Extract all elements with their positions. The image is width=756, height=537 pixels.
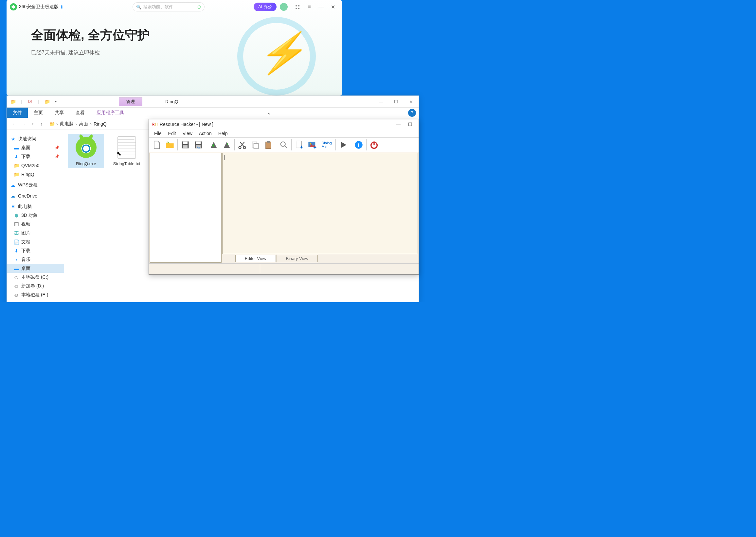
breadcrumb-item[interactable]: RingQ (92, 121, 108, 127)
export-icon[interactable] (220, 138, 233, 151)
sidebar-item-pictures[interactable]: 🖼图片 (7, 228, 64, 237)
file-item-ringq-exe[interactable]: RingQ.exe (68, 134, 104, 168)
rh-logo-icon: RH (152, 122, 158, 127)
sidebar-item-downloads[interactable]: ⬇下载📌 (7, 152, 64, 161)
minimize-button[interactable]: — (392, 121, 404, 128)
sidebar-item-downloads[interactable]: ⬇下载 (7, 246, 64, 255)
search-box-360[interactable]: 🔍 搜索功能、软件 ⬡ (133, 2, 204, 12)
sidebar-item-documents[interactable]: 📄文档 (7, 237, 64, 246)
svg-rect-22 (374, 141, 375, 145)
menu-action[interactable]: Action (196, 131, 215, 136)
skin-icon[interactable]: ☷ (294, 4, 301, 10)
svg-rect-11 (266, 142, 271, 148)
sidebar-onedrive[interactable]: ☁OneDrive (7, 191, 64, 200)
save-icon[interactable] (179, 138, 192, 151)
tab-editor-view[interactable]: Editor View (235, 255, 276, 262)
desktop-icon: ▬ (14, 145, 19, 150)
info-icon[interactable]: i (352, 138, 365, 151)
manage-tab[interactable]: 管理 (119, 97, 142, 106)
rh-window-title: Resource Hacker - [ New ] (160, 122, 213, 127)
ribbon-tab-home[interactable]: 主页 (28, 107, 49, 118)
import-icon[interactable] (207, 138, 220, 151)
menu-edit[interactable]: Edit (165, 131, 179, 136)
breadcrumb-sep: › (56, 121, 59, 127)
ribbon-expand-icon[interactable]: ⌄ (264, 107, 275, 118)
folder-icon[interactable]: 📁 (10, 99, 16, 104)
breadcrumb-item[interactable]: 此电脑 (59, 121, 75, 127)
sidebar-item-drive-c[interactable]: ⛀本地磁盘 (C:) (7, 273, 64, 282)
menu-help[interactable]: Help (215, 131, 231, 136)
lightning-graphic: ⚡ (237, 17, 322, 96)
hero-section: 全面体检, 全方位守护 已经7天未扫描, 建议立即体检 ⚡ (7, 14, 342, 56)
resource-tree[interactable] (150, 153, 222, 263)
ai-office-button[interactable]: AI 办公 (254, 3, 277, 11)
sidebar-item-desktop[interactable]: ▬桌面📌 (7, 143, 64, 152)
new-folder-icon[interactable]: 📁 (44, 99, 50, 104)
titlebar-360: ✚ 360安全卫士极速版 ⬆ 🔍 搜索功能、软件 ⬡ AI 办公 ☷ ≡ — ✕ (7, 0, 342, 14)
minimize-button[interactable]: — (318, 4, 324, 10)
maximize-button[interactable]: ☐ (388, 97, 404, 106)
recent-dropdown[interactable]: ▾ (28, 120, 36, 128)
sidebar-item-drive-d[interactable]: ⛀新加卷 (D:) (7, 282, 64, 290)
power-icon[interactable] (368, 138, 380, 151)
close-button[interactable]: ✕ (404, 97, 419, 106)
up-button[interactable]: ↑ (38, 120, 45, 128)
svg-point-17 (310, 143, 311, 145)
menu-icon[interactable]: ≡ (306, 4, 313, 10)
sidebar-wps[interactable]: ☁WPS云盘 (7, 181, 64, 189)
paste-icon[interactable] (262, 138, 275, 151)
sidebar-item-qvm250[interactable]: 📁QVM250 (7, 161, 64, 170)
mouse-cursor-icon: ⬉ (116, 150, 121, 157)
sidebar-item-desktop[interactable]: ▬桌面 (7, 264, 64, 273)
navigation-pane: ★快速访问 ▬桌面📌 ⬇下载📌 📁QVM250 📁RingQ ☁WPS云盘 ☁O… (7, 130, 64, 302)
picture-icon: 🖼 (14, 230, 19, 236)
breadcrumb[interactable]: 📁 › 此电脑 › 桌面 › RingQ (49, 121, 108, 127)
breadcrumb-sep: › (75, 121, 78, 127)
forward-button[interactable]: → (19, 120, 27, 128)
ribbon-tab-share[interactable]: 共享 (49, 107, 70, 118)
ribbon-tab-file[interactable]: 文件 (7, 107, 28, 118)
close-button[interactable]: ✕ (330, 4, 336, 10)
sidebar-item-ringq[interactable]: 📁RingQ (7, 170, 64, 179)
maximize-button[interactable]: ☐ (404, 121, 416, 128)
ribbon-tab-view[interactable]: 查看 (70, 107, 91, 118)
search-placeholder: 搜索功能、软件 (143, 4, 173, 10)
back-button[interactable]: ← (10, 120, 18, 128)
sidebar-item-music[interactable]: ♪音乐 (7, 255, 64, 264)
breadcrumb-item[interactable]: 桌面 (77, 121, 89, 127)
help-button[interactable]: ? (408, 109, 416, 117)
status-cell (149, 264, 260, 273)
cut-icon[interactable] (236, 138, 249, 151)
menu-view[interactable]: View (179, 131, 196, 136)
sidebar-item-drive-e[interactable]: ⛀本地磁盘 (E:) (7, 290, 64, 299)
text-editor[interactable] (222, 153, 418, 254)
copy-icon[interactable] (249, 138, 262, 151)
rh-titlebar: RH Resource Hacker - [ New ] — ☐ (149, 119, 419, 129)
file-item-stringtable-txt[interactable]: StringTable.txt (109, 134, 145, 168)
explorer-window-title: RingQ (165, 99, 178, 104)
ribbon-tab-app-tools[interactable]: 应用程序工具 (91, 107, 130, 118)
qat-dropdown-icon[interactable]: ▾ (53, 99, 59, 104)
open-file-icon[interactable] (163, 138, 176, 151)
sidebar-item-videos[interactable]: 🎞视频 (7, 220, 64, 228)
menu-file[interactable]: File (151, 131, 165, 136)
tab-binary-view[interactable]: Binary View (277, 255, 318, 262)
svg-rect-10 (254, 143, 258, 148)
add-resource-icon[interactable]: + (292, 138, 306, 151)
text-caret (225, 155, 225, 160)
pin-icon: 📌 (55, 154, 59, 159)
dialog-merge-button[interactable]: Dialog Mer (319, 138, 334, 151)
save-as-icon[interactable]: As (192, 138, 205, 151)
upgrade-icon[interactable]: ⬆ (60, 4, 64, 10)
new-file-icon[interactable] (150, 138, 163, 151)
minimize-button[interactable]: — (374, 97, 388, 106)
avatar[interactable] (280, 3, 288, 11)
sidebar-item-3d[interactable]: ⬢3D 对象 (7, 211, 64, 220)
play-icon[interactable] (337, 138, 350, 151)
sidebar-thispc[interactable]: 🖥此电脑 (7, 202, 64, 211)
sidebar-quick-access[interactable]: ★快速访问 (7, 134, 64, 143)
properties-icon[interactable]: ☑ (27, 99, 33, 104)
svg-text:i: i (358, 142, 359, 148)
add-image-icon[interactable]: + (306, 138, 319, 151)
find-icon[interactable] (277, 138, 290, 151)
